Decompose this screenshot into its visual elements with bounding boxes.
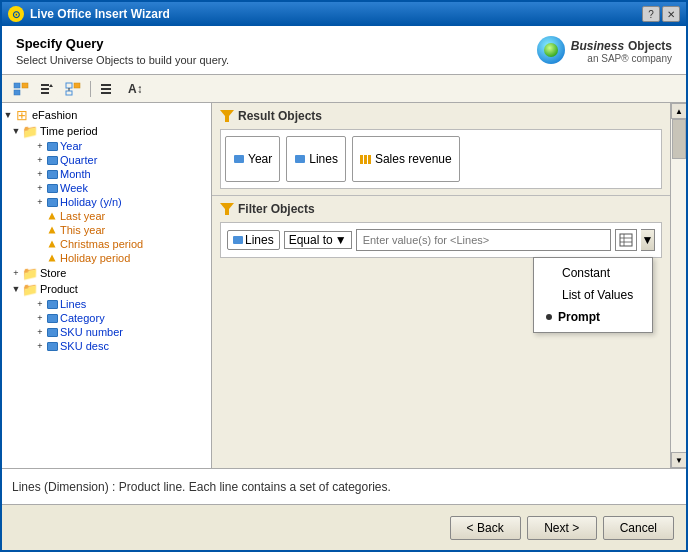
- svg-rect-7: [66, 83, 72, 88]
- dropdown-item-listofvalues[interactable]: List of Values: [534, 284, 652, 306]
- year-label: Year: [60, 140, 82, 152]
- tree-item-lines[interactable]: + Lines: [2, 297, 211, 311]
- tree-item-store[interactable]: + 📁 Store: [2, 265, 211, 281]
- window-title: Live Office Insert Wizard: [30, 7, 170, 21]
- filter-section-title: Filter Objects: [238, 202, 315, 216]
- week-field-icon: [46, 182, 58, 194]
- expander-skudesc[interactable]: +: [34, 340, 46, 352]
- tree-item-skunumber[interactable]: + SKU number: [2, 325, 211, 339]
- tree-item-week[interactable]: + Week: [2, 181, 211, 195]
- toolbar-btn-5[interactable]: A↕: [123, 79, 145, 99]
- result-section-header: Result Objects: [220, 109, 662, 123]
- salesrevenue-chip-label: Sales revenue: [375, 152, 452, 166]
- lines-label: Lines: [60, 298, 86, 310]
- expander-product[interactable]: ▼: [10, 283, 22, 295]
- svg-rect-8: [74, 83, 80, 88]
- scrollbar-down-button[interactable]: ▼: [671, 452, 686, 468]
- header: Specify Query Select Universe Objects to…: [2, 26, 686, 75]
- christmas-label: Christmas period: [60, 238, 143, 250]
- svg-rect-4: [41, 88, 49, 90]
- back-button[interactable]: < Back: [450, 516, 521, 540]
- left-panel: ▼ ⊞ eFashion ▼ 📁 Time period + Year: [2, 103, 212, 468]
- tree-item-product[interactable]: ▼ 📁 Product: [2, 281, 211, 297]
- skunumber-field-icon: [46, 326, 58, 338]
- tree-item-skudesc[interactable]: + SKU desc: [2, 339, 211, 353]
- expander-skunumber[interactable]: +: [34, 326, 46, 338]
- dropdown-listofvalues-label: List of Values: [562, 288, 633, 302]
- svg-rect-11: [101, 84, 111, 86]
- toolbar-btn-3[interactable]: [62, 79, 84, 99]
- christmas-icon: [46, 238, 58, 250]
- tree-item-christmas[interactable]: Christmas period: [2, 237, 211, 251]
- tree-item-holiday-yn[interactable]: + Holiday (y/n): [2, 195, 211, 209]
- operator-label: Equal to: [289, 233, 333, 247]
- expander-lines[interactable]: +: [34, 298, 46, 310]
- prompt-bullet: [546, 314, 552, 320]
- scrollbar-up-button[interactable]: ▲: [671, 103, 686, 119]
- tree-item-thisyear[interactable]: This year: [2, 223, 211, 237]
- title-controls: ? ✕: [642, 6, 680, 22]
- filter-value-input[interactable]: [356, 229, 611, 251]
- status-text: Lines (Dimension) : Product line. Each l…: [12, 480, 391, 494]
- help-button[interactable]: ?: [642, 6, 660, 22]
- dropdown-item-prompt[interactable]: Prompt: [534, 306, 652, 328]
- tree-item-month[interactable]: + Month: [2, 167, 211, 181]
- holidayperiod-label: Holiday period: [60, 252, 130, 264]
- tree-item-lastyear[interactable]: Last year: [2, 209, 211, 223]
- expander-month[interactable]: +: [34, 168, 46, 180]
- toolbar-btn-4[interactable]: [97, 79, 119, 99]
- window-icon: ⊙: [8, 6, 24, 22]
- result-chip-year[interactable]: Year: [225, 136, 280, 182]
- scrollbar-thumb[interactable]: [672, 119, 686, 159]
- close-button[interactable]: ✕: [662, 6, 680, 22]
- result-chip-lines[interactable]: Lines: [286, 136, 346, 182]
- cancel-button[interactable]: Cancel: [603, 516, 674, 540]
- page-subtitle: Select Universe Objects to build your qu…: [16, 54, 229, 66]
- expander-store[interactable]: +: [10, 267, 22, 279]
- expander-lastyear: [34, 210, 46, 222]
- folder-icon-timeperiod: 📁: [22, 124, 38, 138]
- svg-marker-6: [49, 84, 53, 87]
- logo-globe: [537, 36, 565, 64]
- tree-item-category[interactable]: + Category: [2, 311, 211, 325]
- lastyear-icon: [46, 210, 58, 222]
- svg-rect-17: [620, 234, 632, 246]
- tree-root-efashion[interactable]: ▼ ⊞ eFashion: [2, 107, 211, 123]
- expander-category[interactable]: +: [34, 312, 46, 324]
- main-window: ⊙ Live Office Insert Wizard ? ✕ Specify …: [0, 0, 688, 552]
- result-section: Result Objects Year Lines: [212, 103, 670, 195]
- expander-holiday-yn[interactable]: +: [34, 196, 46, 208]
- lastyear-label: Last year: [60, 210, 105, 222]
- tree-item-quarter[interactable]: + Quarter: [2, 153, 211, 167]
- result-chip-salesrevenue[interactable]: Sales revenue: [352, 136, 460, 182]
- right-panel: Result Objects Year Lines: [212, 103, 670, 468]
- svg-marker-16: [220, 203, 234, 215]
- tree-item-timeperiod[interactable]: ▼ 📁 Time period: [2, 123, 211, 139]
- filter-dropdown-button[interactable]: ▼: [641, 229, 655, 251]
- toolbar-btn-1[interactable]: [10, 79, 32, 99]
- next-button[interactable]: Next >: [527, 516, 597, 540]
- result-section-title: Result Objects: [238, 109, 322, 123]
- filter-action-button[interactable]: [615, 229, 637, 251]
- skudesc-field-icon: [46, 340, 58, 352]
- dropdown-item-constant[interactable]: Constant: [534, 262, 652, 284]
- right-scrollbar: ▲ ▼: [670, 103, 686, 468]
- store-label: Store: [40, 267, 66, 279]
- toolbar-divider: [90, 81, 91, 97]
- expander-year[interactable]: +: [34, 140, 46, 152]
- tree-item-holidayperiod[interactable]: Holiday period: [2, 251, 211, 265]
- svg-rect-5: [41, 92, 49, 94]
- scrollbar-track[interactable]: [671, 119, 686, 452]
- logo-name: Business Objects: [571, 37, 672, 53]
- filter-field-chip[interactable]: Lines: [227, 230, 280, 250]
- svg-rect-3: [41, 84, 49, 86]
- expander-week[interactable]: +: [34, 182, 46, 194]
- toolbar-btn-2[interactable]: [36, 79, 58, 99]
- expander-timeperiod[interactable]: ▼: [10, 125, 22, 137]
- expander-efashion[interactable]: ▼: [2, 109, 14, 121]
- svg-text:A↕: A↕: [128, 82, 141, 96]
- year-chip-icon: [233, 154, 245, 164]
- operator-select[interactable]: Equal to ▼: [284, 231, 352, 249]
- expander-quarter[interactable]: +: [34, 154, 46, 166]
- tree-item-year[interactable]: + Year: [2, 139, 211, 153]
